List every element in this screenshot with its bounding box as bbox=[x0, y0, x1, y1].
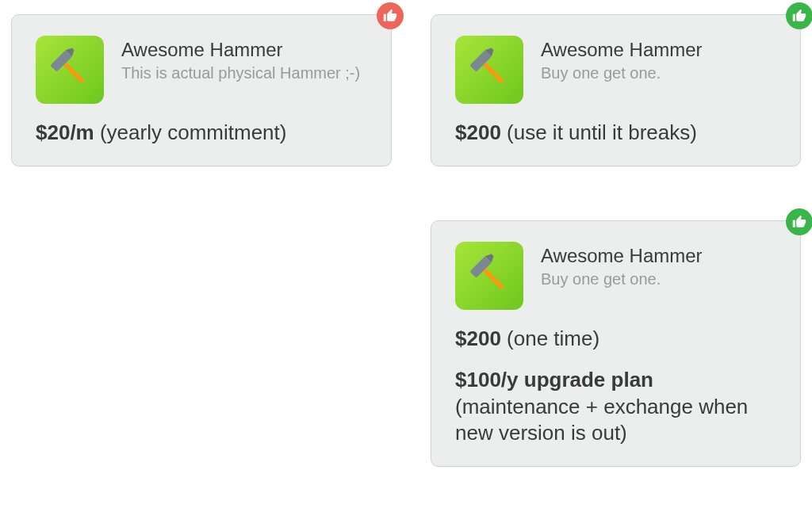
hammer-icon bbox=[45, 45, 94, 94]
hammer-icon bbox=[465, 251, 514, 300]
thumbs-up-icon bbox=[792, 215, 806, 229]
thumbs-down-icon bbox=[383, 9, 397, 23]
pricing-card-upgrade: Awesome Hammer Buy one get one. $200 (on… bbox=[431, 220, 801, 467]
price-note: (one time) bbox=[501, 327, 599, 350]
product-subtitle: This is actual physical Hammer ;-) bbox=[121, 63, 360, 83]
product-title: Awesome Hammer bbox=[541, 39, 703, 61]
thumbs-up-badge bbox=[786, 208, 812, 235]
price-note: (yearly commitment) bbox=[94, 120, 287, 144]
card-header: Awesome Hammer Buy one get one. bbox=[455, 36, 776, 104]
price-value: $200 bbox=[455, 120, 501, 144]
price-line: $200 (one time) bbox=[455, 326, 776, 353]
card-text: Awesome Hammer This is actual physical H… bbox=[121, 36, 360, 83]
product-icon bbox=[455, 242, 523, 310]
product-subtitle: Buy one get one. bbox=[541, 269, 703, 289]
thumbs-up-icon bbox=[792, 9, 806, 23]
upgrade-note: (maintenance + exchange when new version… bbox=[455, 395, 748, 445]
price-note: (use it until it breaks) bbox=[501, 120, 697, 144]
card-header: Awesome Hammer This is actual physical H… bbox=[36, 36, 367, 104]
pricing-card-onetime: Awesome Hammer Buy one get one. $200 (us… bbox=[431, 14, 801, 166]
product-icon bbox=[455, 36, 523, 104]
card-text: Awesome Hammer Buy one get one. bbox=[541, 242, 703, 289]
thumbs-down-badge bbox=[377, 2, 404, 29]
svg-rect-4 bbox=[481, 267, 504, 290]
product-title: Awesome Hammer bbox=[121, 39, 360, 61]
svg-rect-0 bbox=[62, 61, 85, 84]
hammer-icon bbox=[465, 45, 514, 94]
product-icon bbox=[36, 36, 104, 104]
svg-rect-2 bbox=[481, 61, 504, 84]
product-subtitle: Buy one get one. bbox=[541, 63, 703, 83]
price-value: $20/m bbox=[36, 120, 94, 144]
price-value: $200 bbox=[455, 327, 501, 350]
price-line: $200 (use it until it breaks) bbox=[455, 120, 776, 147]
upgrade-line: $100/y upgrade plan (maintenance + excha… bbox=[455, 367, 776, 447]
price-line: $20/m (yearly commitment) bbox=[36, 120, 367, 147]
card-text: Awesome Hammer Buy one get one. bbox=[541, 36, 703, 83]
product-title: Awesome Hammer bbox=[541, 245, 703, 267]
thumbs-up-badge bbox=[786, 2, 812, 29]
upgrade-value: $100/y upgrade plan bbox=[455, 368, 653, 391]
pricing-card-subscription: Awesome Hammer This is actual physical H… bbox=[11, 14, 392, 166]
card-header: Awesome Hammer Buy one get one. bbox=[455, 242, 776, 310]
